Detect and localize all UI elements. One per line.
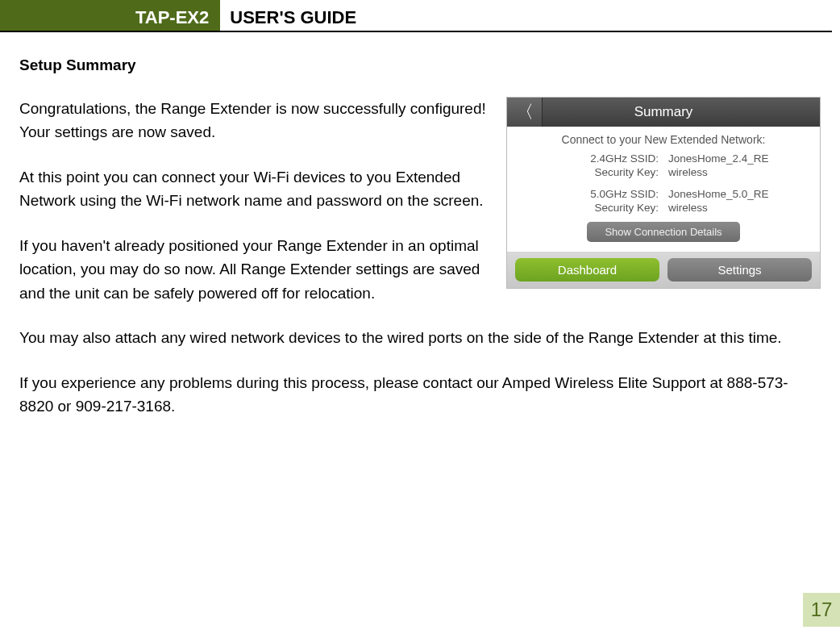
phone-body: Connect to your New Extended Network: 2.… <box>507 127 820 252</box>
show-details-button[interactable]: Show Connection Details <box>587 222 739 242</box>
network-info-grid: 2.4GHz SSID: JonesHome_2.4_RE Security K… <box>517 152 810 214</box>
page-body: Setup Summary 〈 Summary Connect to your … <box>0 32 840 418</box>
connect-label: Connect to your New Extended Network: <box>517 133 810 146</box>
phone-titlebar: 〈 Summary <box>507 98 820 127</box>
key50-label: Security Key: <box>594 202 659 214</box>
ssid24-value: JonesHome_2.4_RE <box>668 152 769 165</box>
doc-title: USER'S GUIDE <box>220 0 356 31</box>
paragraph: If you experience any problems during th… <box>19 371 821 419</box>
header-accent-strip <box>0 0 129 31</box>
dashboard-button[interactable]: Dashboard <box>515 258 659 281</box>
ssid24-label: 2.4GHz SSID: <box>590 152 659 165</box>
key24-value: wireless <box>668 166 708 178</box>
page-header: TAP-EX2 USER'S GUIDE <box>0 0 832 32</box>
phone-title: Summary <box>543 104 820 120</box>
settings-button[interactable]: Settings <box>667 258 812 281</box>
section-title: Setup Summary <box>19 56 821 74</box>
paragraph: You may also attach any wired network de… <box>19 326 821 349</box>
chevron-left-icon: 〈 <box>516 100 534 124</box>
phone-frame: 〈 Summary Connect to your New Extended N… <box>506 97 821 289</box>
back-button[interactable]: 〈 <box>507 98 543 127</box>
key50-value: wireless <box>668 202 708 214</box>
product-badge: TAP-EX2 <box>129 0 220 31</box>
page-number-badge: 17 <box>803 593 840 627</box>
ssid50-value: JonesHome_5.0_RE <box>668 188 769 200</box>
ssid50-label: 5.0GHz SSID: <box>590 188 659 200</box>
phone-footer: Dashboard Settings <box>507 252 820 288</box>
summary-screenshot: 〈 Summary Connect to your New Extended N… <box>506 97 821 289</box>
key24-label: Security Key: <box>594 166 659 178</box>
